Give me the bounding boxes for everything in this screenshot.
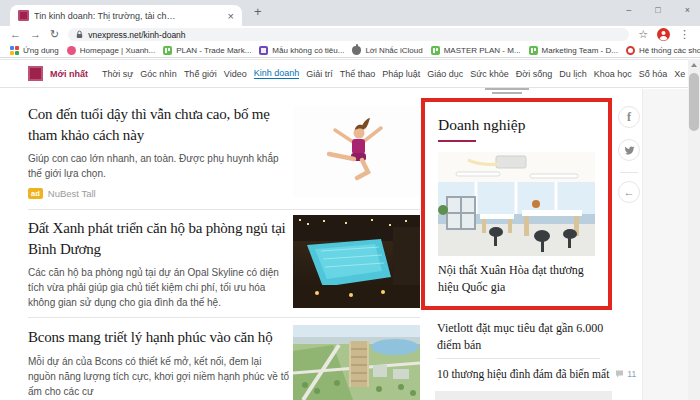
bookmark-label: Mẫu không có tiêu... [272,46,344,55]
bookmark-label: PLAN - Trade Mark... [176,46,251,55]
bookmark-label: Lời Nhắc iCloud [365,46,422,55]
ad-badge: ad [28,188,43,199]
bookmark-label: MASTER PLAN - M... [444,46,521,55]
url-text: vnexpress.net/kinh-doanh [88,30,185,40]
bookmark-homepage[interactable]: Homepage | Xuanh... [67,46,155,55]
article-divider [28,209,420,210]
ring-favicon-icon [626,46,635,55]
pink-favicon-icon [67,46,76,55]
article-summary: Mỗi dự án của Bcons có thiết kế mở, kết … [28,354,290,399]
article-3: Bcons mang triết lý hạnh phúc vào căn hộ… [28,327,290,399]
nav-item-suc-khoe[interactable]: Sức khỏe [470,69,509,79]
purple-doc-icon [259,46,268,55]
nav-item-giao-duc[interactable]: Giáo dục [427,69,463,79]
social-share-column: f ← [618,106,642,214]
window-controls: – □ × [626,5,690,15]
article-1: Con đến tuổi dậy thì vẫn chưa cao, bố mẹ… [28,104,290,199]
browser-toolbar: ← → ↻ vnexpress.net/kinh-doanh ☆ ⋮ [0,26,700,43]
nav-item-giai-tri[interactable]: Giải trí [306,69,333,79]
highlighted-doanh-nghiep-box: Doanh nghiệp Nội thất Xuân Hòa đạt thươn… [421,98,612,310]
nav-item-the-thao[interactable]: Thể thao [340,69,376,79]
site-nav: Mới nhất Thời sự Góc nhìn Thế giới Video… [0,59,688,88]
article-title[interactable]: Đất Xanh phát triển căn hộ ba phòng ngủ … [28,218,286,259]
nav-item-moi-nhat[interactable]: Mới nhất [50,69,88,79]
bookmark-master-plan[interactable]: MASTER PLAN - M... [431,46,521,55]
bright-office-interior-image [438,152,595,256]
back-icon[interactable]: ← [10,29,21,40]
forward-icon[interactable]: → [30,29,41,40]
featured-article-title[interactable]: Nội thất Xuân Hòa đạt thương hiệu Quốc g… [438,262,603,296]
article-2: Đất Xanh phát triển căn hộ ba phòng ngủ … [28,218,286,310]
page-scrollbar[interactable] [688,59,700,400]
nav-item-phap-luat[interactable]: Pháp luật [382,69,420,79]
vnexpress-logo[interactable] [28,66,43,81]
nav-item-xe[interactable]: Xe [674,69,685,79]
nav-item-so-hoa[interactable]: Số hóa [639,69,668,79]
sidebar-item-brands[interactable]: 10 thương hiệu đình đám đã biến mất11 [437,366,612,383]
girl-gymnast-jumping-image [293,106,420,197]
tab-title: Tin kinh doanh: Thị trường, tài ch… [34,11,223,21]
browser-tab[interactable]: Tin kinh doanh: Thị trường, tài ch… × [10,5,242,26]
minimize-icon[interactable]: – [626,5,631,15]
bookmark-plan[interactable]: PLAN - Trade Mark... [163,46,251,55]
twitter-bird-icon [624,145,635,156]
reload-icon[interactable]: ↻ [50,29,59,40]
share-back-button[interactable]: ← [618,181,640,203]
article-2-thumbnail[interactable] [293,215,420,308]
nav-item-kinh-doanh[interactable]: Kinh doanh [254,68,300,79]
nav-item-doi-song[interactable]: Đời sống [516,69,552,79]
tiny-ad-label [484,88,530,96]
sponsor-name: NuBest Tall [48,188,96,199]
vnexpress-favicon [18,10,29,21]
url-bar[interactable]: vnexpress.net/kinh-doanh [68,28,629,41]
nav-item-goc-nhin[interactable]: Góc nhìn [140,69,177,79]
apps-grid-icon [10,46,19,55]
facebook-share-button[interactable]: f [618,106,640,128]
sidebar-item-vietlott[interactable]: Vietlott đặt mục tiêu đạt gần 6.000 điểm… [437,320,612,355]
article-summary: Các căn hộ ba phòng ngủ tại dự án Opal S… [28,265,286,310]
chrome-menu-icon[interactable]: ⋮ [679,28,690,41]
featured-thumbnail[interactable] [438,152,595,256]
comment-count: 11 [627,368,636,380]
bookmarks-bar: Ứng dụng Homepage | Xuanh... PLAN - Trad… [0,43,700,58]
tab-close-icon[interactable]: × [228,10,234,22]
ad-placeholder-block [435,391,612,400]
comments-indicator: 11 [615,368,636,380]
bookmark-label: Ứng dụng [23,46,59,55]
bookmark-icloud-reminders[interactable]: Lời Nhắc iCloud [352,46,422,55]
new-tab-button[interactable]: + [254,4,262,19]
comment-bubble-icon [615,370,624,378]
twitter-share-button[interactable] [618,139,640,161]
bookmark-marketing-team[interactable]: Marketing Team - D... [529,46,618,55]
article-3-thumbnail[interactable] [293,325,420,400]
nav-item-khoa-hoc[interactable]: Khoa học [594,69,632,79]
apple-icon [352,46,361,55]
bookmark-untitled-doc[interactable]: Mẫu không có tiêu... [259,46,344,55]
bookmark-apps[interactable]: Ứng dụng [10,46,59,55]
apartment-night-pool-image [293,215,420,308]
nav-item-thoi-su[interactable]: Thời sự [102,69,133,79]
profile-avatar[interactable] [657,28,670,41]
maximize-icon[interactable]: □ [655,5,660,15]
bookmark-he-thong-show[interactable]: Hệ thống các show... [626,46,700,55]
article-1-thumbnail[interactable] [293,106,420,197]
nav-item-video[interactable]: Video [224,69,247,79]
bookmark-label: Marketing Team - D... [542,46,618,55]
sidebar-section-title[interactable]: Doanh nghiệp [438,116,525,134]
aerial-residential-tower-image [293,325,420,400]
scrollbar-up-arrow[interactable] [691,63,697,67]
nav-item-the-gioi[interactable]: Thế giới [184,69,217,79]
scrollbar-thumb[interactable] [689,73,699,131]
article-title[interactable]: Bcons mang triết lý hạnh phúc vào căn hộ [28,327,290,348]
sidebar-divider [437,358,600,359]
sidebar-item-title[interactable]: 10 thương hiệu đình đám đã biến mất [437,368,609,380]
nav-item-du-lich[interactable]: Du lịch [559,69,587,79]
window-close-icon[interactable]: × [685,5,690,15]
lock-icon [76,30,83,39]
section-underline [438,140,476,142]
bookmark-label: Homepage | Xuanh... [80,46,155,55]
trello-icon [163,46,172,55]
article-title[interactable]: Con đến tuổi dậy thì vẫn chưa cao, bố mẹ… [28,104,290,145]
trello-icon [529,46,538,55]
bookmark-star-icon[interactable]: ☆ [638,28,648,41]
